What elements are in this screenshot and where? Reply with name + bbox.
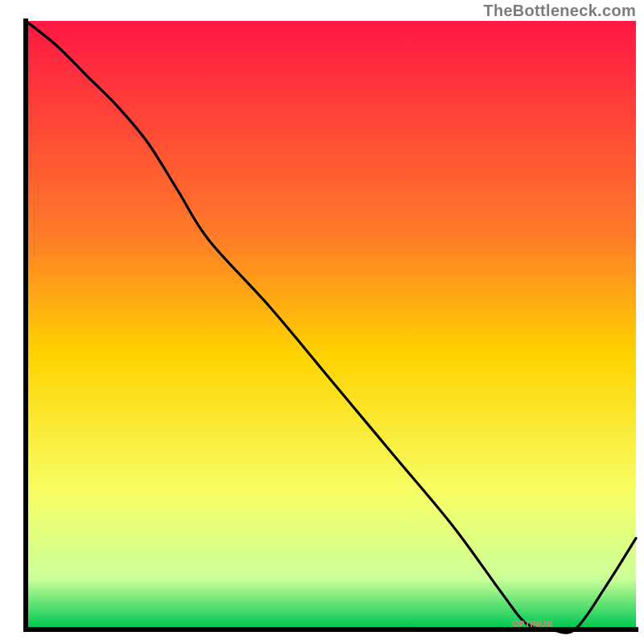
chart-stage: { "watermark": "TheBottleneck.com", "mar… <box>0 0 644 644</box>
bottleneck-chart <box>0 0 644 644</box>
plot-background <box>28 21 636 627</box>
optimum-marker: OPTIMUM <box>513 620 554 629</box>
